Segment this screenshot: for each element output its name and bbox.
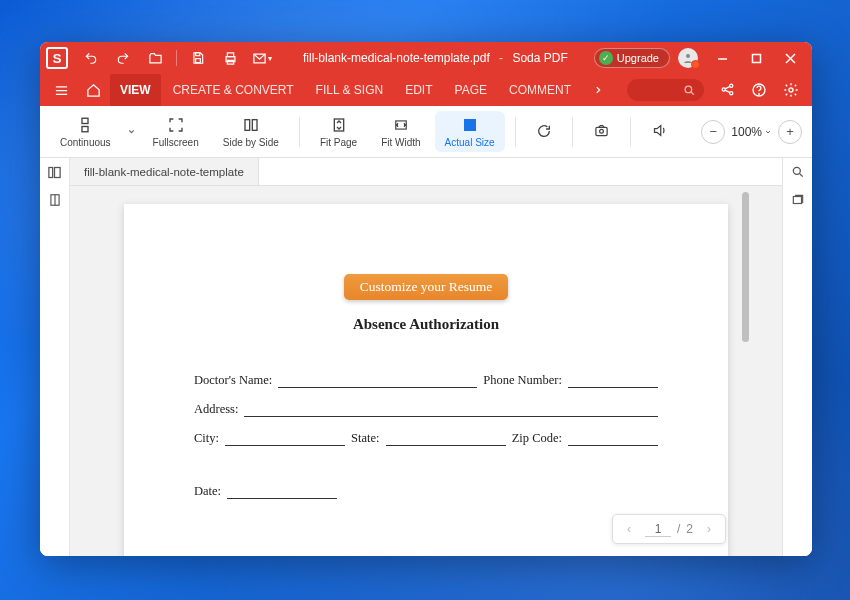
label-address: Address:: [194, 402, 238, 417]
label-state: State:: [351, 431, 379, 446]
tab-fill-sign[interactable]: FILL & SIGN: [306, 74, 394, 106]
current-page-input[interactable]: [645, 522, 671, 537]
label-zip: Zip Code:: [512, 431, 562, 446]
svg-rect-34: [49, 167, 53, 177]
field-date[interactable]: [227, 485, 337, 499]
title-bar: S ▾ fill-blank-medical-note-template.pdf…: [40, 42, 812, 74]
tab-edit[interactable]: EDIT: [395, 74, 442, 106]
svg-point-14: [685, 86, 692, 93]
tool-continuous[interactable]: Continuous: [50, 111, 121, 152]
svg-rect-26: [245, 120, 250, 131]
left-rail: [40, 158, 70, 556]
svg-point-23: [789, 88, 793, 92]
tool-snapshot[interactable]: [583, 117, 620, 147]
view-toolbar: Continuous Fullscreen Side by Side Fit P…: [40, 106, 812, 158]
email-button[interactable]: ▾: [247, 43, 277, 73]
maximize-button[interactable]: [740, 43, 772, 73]
zoom-out-button[interactable]: −: [701, 120, 725, 144]
svg-line-20: [725, 90, 730, 93]
svg-line-15: [691, 92, 694, 95]
menu-bar: VIEW CREATE & CONVERT FILL & SIGN EDIT P…: [40, 74, 812, 106]
svg-rect-32: [596, 127, 607, 135]
label-date: Date:: [194, 484, 221, 499]
tool-side-by-side[interactable]: Side by Side: [213, 111, 289, 152]
tab-create-convert[interactable]: CREATE & CONVERT: [163, 74, 304, 106]
tool-rotate[interactable]: [526, 117, 562, 147]
field-phone[interactable]: [568, 374, 658, 388]
zoom-dropdown[interactable]: 100%: [731, 125, 772, 139]
print-button[interactable]: [215, 43, 245, 73]
page-sep: /: [677, 522, 680, 536]
svg-rect-24: [82, 118, 88, 123]
svg-point-6: [686, 54, 690, 58]
search-icon: [683, 84, 696, 97]
tab-page[interactable]: PAGE: [445, 74, 497, 106]
tool-fit-page[interactable]: Fit Page: [310, 111, 367, 152]
label-doctor-name: Doctor's Name:: [194, 373, 272, 388]
app-logo: S: [46, 47, 68, 69]
check-icon: ✓: [599, 51, 613, 65]
search-input[interactable]: [627, 79, 704, 101]
customize-resume-button[interactable]: Customize your Resume: [344, 274, 509, 300]
field-doctor-name[interactable]: [278, 374, 477, 388]
content-area: fill-blank-medical-note-template Customi…: [40, 158, 812, 556]
page-navigator: ‹ / 2 ›: [612, 514, 726, 544]
window-title: fill-blank-medical-note-template.pdf - S…: [277, 51, 594, 65]
svg-point-33: [599, 129, 603, 133]
next-page-button[interactable]: ›: [699, 522, 719, 536]
open-folder-button[interactable]: [140, 43, 170, 73]
svg-point-22: [759, 94, 760, 95]
save-button[interactable]: [183, 43, 213, 73]
svg-line-39: [799, 174, 802, 177]
document-title: Absence Authorization: [194, 316, 658, 333]
hamburger-menu-button[interactable]: [46, 74, 76, 106]
svg-rect-3: [227, 52, 233, 56]
share-button[interactable]: [712, 82, 742, 97]
svg-rect-27: [252, 120, 257, 131]
svg-rect-0: [196, 53, 200, 56]
svg-rect-35: [55, 167, 61, 177]
label-phone: Phone Number:: [483, 373, 562, 388]
field-state[interactable]: [386, 432, 506, 446]
home-button[interactable]: [78, 74, 108, 106]
find-button[interactable]: [783, 158, 812, 186]
layers-button[interactable]: [783, 186, 812, 214]
field-zip[interactable]: [568, 432, 658, 446]
tab-view[interactable]: VIEW: [110, 74, 161, 106]
field-city[interactable]: [225, 432, 345, 446]
total-pages: 2: [686, 522, 693, 536]
tab-comment[interactable]: COMMENT: [499, 74, 581, 106]
document-viewport[interactable]: Customize your Resume Absence Authorizat…: [70, 186, 782, 556]
label-city: City:: [194, 431, 219, 446]
account-avatar[interactable]: [678, 48, 698, 68]
minimize-button[interactable]: [706, 43, 738, 73]
continuous-dropdown[interactable]: [125, 106, 139, 158]
bookmarks-panel-button[interactable]: [40, 186, 69, 214]
vertical-scrollbar[interactable]: [742, 192, 749, 342]
svg-point-38: [793, 167, 800, 174]
tool-read-aloud[interactable]: [641, 117, 678, 147]
zoom-in-button[interactable]: +: [778, 120, 802, 144]
pdf-page: Customize your Resume Absence Authorizat…: [124, 204, 728, 556]
undo-button[interactable]: [76, 43, 106, 73]
svg-rect-1: [196, 59, 201, 63]
right-rail: [782, 158, 812, 556]
tool-actual-size[interactable]: 1:1 Actual Size: [435, 111, 505, 152]
tabs-overflow-button[interactable]: [583, 74, 613, 106]
svg-text:1:1: 1:1: [465, 123, 474, 129]
svg-line-19: [725, 86, 730, 89]
document-tab[interactable]: fill-blank-medical-note-template: [70, 158, 259, 185]
app-window: S ▾ fill-blank-medical-note-template.pdf…: [40, 42, 812, 556]
close-button[interactable]: [774, 43, 806, 73]
document-tabs: fill-blank-medical-note-template: [70, 158, 782, 186]
field-address[interactable]: [244, 403, 658, 417]
prev-page-button[interactable]: ‹: [619, 522, 639, 536]
thumbnails-panel-button[interactable]: [40, 158, 69, 186]
help-button[interactable]: [744, 82, 774, 98]
tool-fit-width[interactable]: Fit Width: [371, 111, 430, 152]
upgrade-button[interactable]: ✓ Upgrade: [594, 48, 670, 68]
svg-rect-8: [752, 54, 760, 62]
settings-button[interactable]: [776, 82, 806, 98]
redo-button[interactable]: [108, 43, 138, 73]
tool-fullscreen[interactable]: Fullscreen: [143, 111, 209, 152]
